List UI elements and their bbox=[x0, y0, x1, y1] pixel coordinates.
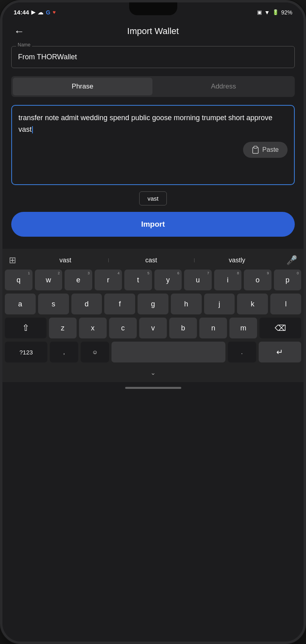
key-v[interactable]: v bbox=[139, 318, 167, 338]
paste-button[interactable]: Paste bbox=[243, 142, 288, 158]
notch bbox=[129, 2, 177, 15]
key-row-1: q1 w2 e3 r4 t5 y6 u7 i8 o9 p0 bbox=[5, 270, 301, 290]
bottom-bar bbox=[2, 382, 304, 392]
key-g[interactable]: g bbox=[138, 294, 168, 314]
key-h[interactable]: h bbox=[171, 294, 202, 314]
keyboard-suggestions: ⊞ vast cast vastly 🎤 bbox=[5, 253, 301, 270]
key-j[interactable]: j bbox=[204, 294, 235, 314]
key-b[interactable]: b bbox=[169, 318, 197, 338]
key-d[interactable]: d bbox=[71, 294, 102, 314]
key-period[interactable]: . bbox=[228, 342, 256, 362]
key-m[interactable]: m bbox=[229, 318, 257, 338]
battery-label: 92% bbox=[281, 9, 292, 16]
key-backspace[interactable]: ⌫ bbox=[259, 318, 301, 338]
svg-rect-1 bbox=[254, 146, 257, 148]
key-i[interactable]: i8 bbox=[214, 270, 242, 290]
name-input[interactable] bbox=[11, 46, 295, 68]
home-indicator bbox=[125, 387, 181, 389]
page-title: Import Wallet bbox=[127, 26, 179, 36]
key-shift[interactable]: ⇧ bbox=[5, 318, 47, 338]
key-p[interactable]: p0 bbox=[274, 270, 302, 290]
key-z[interactable]: z bbox=[49, 318, 77, 338]
status-indicators: ▣ ▼ 🔋 92% bbox=[257, 9, 292, 16]
tab-address[interactable]: Address bbox=[154, 78, 294, 95]
battery-icon: 🔋 bbox=[272, 9, 279, 15]
clipboard-icon bbox=[252, 146, 259, 154]
word-chip-vast[interactable]: vast bbox=[139, 191, 167, 205]
header: ← Import Wallet bbox=[11, 19, 295, 46]
status-time: 14:44 ▶ ☁ G ♥ bbox=[14, 9, 56, 16]
key-r[interactable]: r4 bbox=[95, 270, 122, 290]
location-icon: ▶ bbox=[31, 9, 35, 15]
key-row-3: ⇧ z x c v b n m ⌫ bbox=[5, 318, 301, 338]
key-n[interactable]: n bbox=[199, 318, 227, 338]
key-enter[interactable]: ↵ bbox=[259, 342, 301, 362]
wifi-icon: ▼ bbox=[264, 9, 270, 16]
suggestion-vast[interactable]: vast bbox=[22, 257, 108, 264]
name-input-group: Name bbox=[11, 46, 295, 68]
key-c[interactable]: c bbox=[109, 318, 137, 338]
key-u[interactable]: u7 bbox=[184, 270, 212, 290]
word-suggestion-bar: vast bbox=[11, 191, 295, 205]
import-button[interactable]: Import bbox=[11, 212, 295, 237]
key-t[interactable]: t5 bbox=[124, 270, 152, 290]
text-cursor bbox=[32, 126, 33, 133]
key-emoji[interactable]: ☺ bbox=[81, 342, 109, 362]
suggestion-cast[interactable]: cast bbox=[108, 257, 194, 264]
time-display: 14:44 bbox=[14, 9, 29, 16]
tab-phrase[interactable]: Phrase bbox=[13, 78, 152, 95]
key-l[interactable]: l bbox=[270, 294, 301, 314]
paste-label: Paste bbox=[262, 146, 279, 153]
suggestion-vastly[interactable]: vastly bbox=[194, 257, 280, 264]
key-comma[interactable]: , bbox=[50, 342, 78, 362]
keyboard-grid-icon[interactable]: ⊞ bbox=[9, 255, 16, 266]
key-row-4: ?123 , ☺ . ↵ bbox=[5, 342, 301, 362]
back-button[interactable]: ← bbox=[11, 23, 27, 39]
phrase-text: transfer note admit wedding spend public… bbox=[18, 112, 288, 135]
key-e[interactable]: e3 bbox=[65, 270, 92, 290]
key-y[interactable]: y6 bbox=[154, 270, 182, 290]
key-x[interactable]: x bbox=[79, 318, 107, 338]
key-o[interactable]: o9 bbox=[244, 270, 272, 290]
app-content: ← Import Wallet Name Phrase Address tran… bbox=[2, 19, 304, 249]
cloud-icon: ☁ bbox=[38, 9, 43, 16]
key-a[interactable]: a bbox=[5, 294, 36, 314]
key-space[interactable] bbox=[111, 342, 225, 362]
keyboard-hide-button[interactable]: ⌄ bbox=[5, 366, 301, 380]
google-icon: G bbox=[46, 9, 50, 16]
key-num-toggle[interactable]: ?123 bbox=[5, 342, 47, 362]
mic-icon[interactable]: 🎤 bbox=[286, 255, 297, 266]
key-q[interactable]: q1 bbox=[5, 270, 32, 290]
key-w[interactable]: w2 bbox=[35, 270, 63, 290]
key-f[interactable]: f bbox=[104, 294, 135, 314]
heart-icon: ♥ bbox=[53, 9, 56, 15]
key-row-2: a s d f g h j k l bbox=[5, 294, 301, 314]
key-k[interactable]: k bbox=[237, 294, 268, 314]
name-label: Name bbox=[16, 42, 32, 48]
nfc-icon: ▣ bbox=[257, 9, 262, 15]
key-s[interactable]: s bbox=[38, 294, 69, 314]
keyboard: ⊞ vast cast vastly 🎤 q1 w2 e3 r4 t5 y6 u… bbox=[2, 249, 304, 382]
phrase-input-box[interactable]: transfer note admit wedding spend public… bbox=[11, 105, 295, 185]
tab-toggle: Phrase Address bbox=[11, 76, 295, 97]
phone-frame: 14:44 ▶ ☁ G ♥ ▣ ▼ 🔋 92% ← Import Wallet … bbox=[0, 0, 306, 644]
